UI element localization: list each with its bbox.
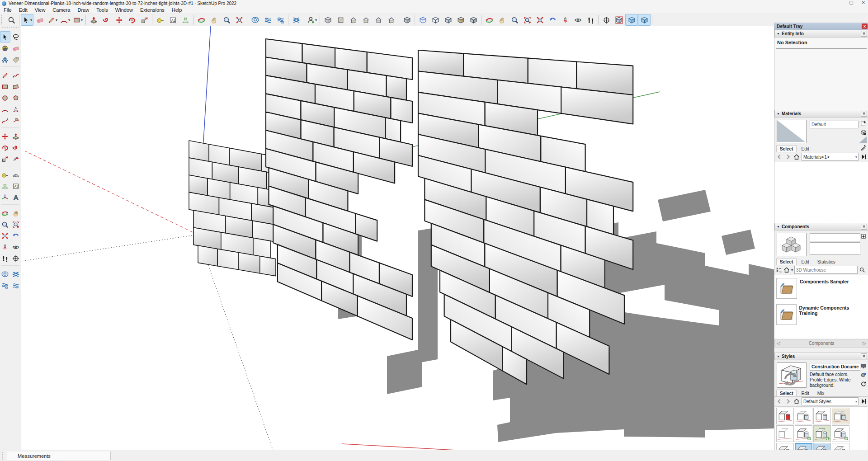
rectangle-tool-button[interactable]: ▾ — [71, 14, 84, 26]
zoom-extents-tool-2-button[interactable] — [533, 14, 546, 26]
viewport[interactable] — [21, 26, 774, 450]
extension-sandbox-1-button[interactable] — [249, 14, 261, 26]
components-close-icon[interactable]: ✕ — [861, 224, 867, 230]
search-icon[interactable] — [859, 266, 865, 273]
tool-tag-button[interactable] — [11, 54, 21, 65]
dimension-tool-button[interactable] — [179, 14, 192, 26]
materials-close-icon[interactable]: ✕ — [861, 111, 867, 117]
tool-3d-text-button[interactable] — [11, 192, 21, 203]
shadows-toggle-button[interactable] — [613, 14, 625, 26]
tool-position-camera-button[interactable] — [0, 241, 10, 253]
line-tool-button[interactable]: ▾ — [46, 14, 59, 26]
tool-axes-button[interactable] — [0, 192, 10, 203]
components-tab-edit[interactable]: Edit — [797, 258, 812, 265]
viewport-canvas[interactable] — [21, 26, 774, 450]
follow-me-tool-button[interactable] — [100, 14, 113, 26]
ext-tool-1-button[interactable] — [0, 268, 10, 280]
style-thumbnail-7[interactable] — [813, 425, 831, 442]
minimize-button[interactable]: — — [836, 0, 841, 5]
style-shaded-textures-button[interactable] — [454, 14, 467, 26]
search-button[interactable] — [5, 14, 18, 26]
threedwarehouse-search-input[interactable] — [794, 266, 858, 274]
home-icon[interactable] — [793, 398, 800, 405]
paint-bucket-tool-button[interactable] — [195, 14, 208, 26]
tool-look-around-button[interactable] — [11, 241, 21, 253]
tool-zoom-button[interactable] — [0, 219, 10, 230]
zoom-tool-2-button[interactable] — [508, 14, 521, 26]
maximize-button[interactable]: ▢ — [849, 0, 853, 5]
select-tool-button[interactable]: ▾ — [21, 14, 33, 26]
style-hidden-line-button[interactable] — [429, 14, 442, 26]
styles-collection-dropdown[interactable]: Default Styles ▾ — [802, 397, 859, 405]
toolbar-grip[interactable] — [2, 27, 19, 30]
tool-make-component-button[interactable] — [0, 54, 10, 65]
tool-freehand-button[interactable] — [11, 70, 21, 81]
scene-transition-button[interactable] — [638, 14, 651, 26]
entity-info-close-icon[interactable]: ✕ — [861, 31, 867, 37]
styles-tab-select[interactable]: Select — [776, 390, 797, 396]
look-around-tool-button[interactable] — [571, 14, 584, 26]
components-tab-statistics[interactable]: Statistics — [814, 258, 839, 265]
components-header[interactable]: ▼ Components ✕ — [774, 223, 868, 230]
tool-arc-button[interactable] — [11, 103, 21, 115]
view-top-button[interactable] — [334, 14, 347, 26]
folder-icon[interactable] — [776, 304, 797, 325]
materials-tab-edit[interactable]: Edit — [797, 145, 812, 152]
style-monochrome-button[interactable] — [467, 14, 480, 26]
tray-close-button[interactable]: x — [862, 24, 868, 29]
tool-follow-me-button[interactable] — [11, 142, 21, 153]
move-tool-button[interactable] — [113, 14, 125, 26]
collapse-icon[interactable]: ▼ — [777, 32, 780, 35]
collapse-icon[interactable]: ▼ — [777, 225, 780, 228]
component-preview[interactable] — [777, 233, 807, 256]
eyedropper-icon[interactable] — [860, 144, 867, 151]
style-xray-button[interactable] — [401, 14, 413, 26]
component-list-item[interactable]: Dynamic Components Training — [774, 301, 868, 328]
tool-pan-button[interactable] — [11, 207, 21, 219]
ext-tool-4-button[interactable] — [11, 280, 21, 291]
back-arrow-icon[interactable] — [776, 153, 783, 160]
ext-tool-3-button[interactable] — [0, 280, 10, 291]
style-thumbnail-1[interactable] — [776, 408, 794, 424]
components-tab-select[interactable]: Select — [776, 258, 797, 265]
tool-dimension-button[interactable] — [0, 180, 10, 192]
tool-zoom-extents-button[interactable] — [0, 230, 10, 241]
style-thumbnail-5[interactable] — [776, 425, 794, 442]
refresh-icon[interactable] — [860, 381, 867, 388]
tool-move-button[interactable] — [0, 131, 10, 142]
extension-sandbox-4-button[interactable] — [290, 14, 302, 26]
home-icon[interactable] — [783, 266, 790, 273]
pager-left-icon[interactable]: ◁ — [777, 341, 780, 346]
chevron-down-icon[interactable]: ▾ — [315, 18, 317, 22]
sample-swatch-icon[interactable] — [859, 136, 867, 143]
measurements-box[interactable]: Measurements — [7, 452, 111, 460]
tool-tape-measure-button[interactable] — [0, 169, 10, 180]
style-shaded-button[interactable] — [442, 14, 454, 26]
folder-icon[interactable] — [776, 278, 797, 299]
tool-orbit-button[interactable] — [0, 207, 10, 219]
eraser-tool-button[interactable] — [33, 14, 46, 26]
orbit-tool-button[interactable] — [483, 14, 495, 26]
styles-tab-edit[interactable]: Edit — [797, 390, 812, 396]
pan-tool-button[interactable] — [208, 14, 220, 26]
chevron-down-icon[interactable]: ▾ — [81, 18, 83, 22]
extension-sandbox-2-button[interactable] — [261, 14, 274, 26]
axes-display-button[interactable] — [600, 14, 613, 26]
style-thumbnail-8[interactable] — [832, 425, 849, 442]
tool-offset-button[interactable] — [11, 153, 21, 165]
menu-extensions[interactable]: Extensions — [137, 7, 168, 14]
view-back-button[interactable] — [372, 14, 385, 26]
menu-draw[interactable]: Draw — [74, 7, 93, 14]
menu-view[interactable]: View — [31, 7, 49, 14]
collapse-icon[interactable]: ▼ — [777, 355, 780, 358]
ext-tool-2-button[interactable] — [11, 268, 21, 280]
tool-select-button[interactable] — [0, 31, 10, 42]
style-thumbnail-2[interactable] — [795, 408, 812, 424]
menu-file[interactable]: File — [0, 7, 15, 14]
rotate-tool-button[interactable] — [125, 14, 138, 26]
pan-tool-2-button[interactable] — [495, 14, 508, 26]
tool-protractor-button[interactable] — [11, 169, 21, 180]
tool-lasso-button[interactable] — [11, 31, 21, 42]
chevron-down-icon[interactable]: ▾ — [68, 18, 70, 22]
menu-edit[interactable]: Edit — [15, 7, 31, 14]
